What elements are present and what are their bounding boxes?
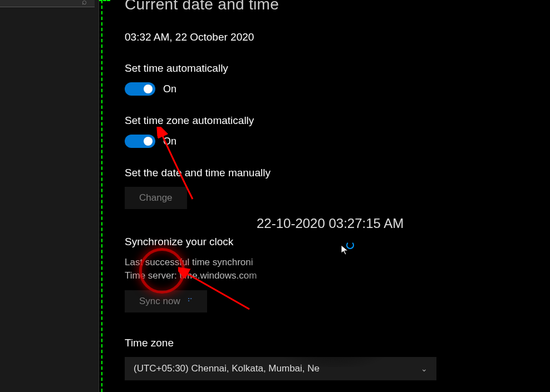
last-sync-line: Last successful time synchroni [125, 257, 253, 267]
search-icon: ⌕ [82, 0, 87, 6]
toggle-knob [144, 85, 153, 93]
settings-content: Current date and time 03:32 AM, 22 Octob… [125, 0, 550, 392]
set-manual-label: Set the date and time manually [125, 167, 550, 179]
timezone-label: Time zone [125, 337, 550, 349]
loading-spinner-icon: ⠋ [187, 297, 193, 306]
page-title: Current date and time [125, 0, 550, 13]
time-server-line: Time server: time.windows.com [125, 270, 257, 281]
set-tz-auto-toggle[interactable] [125, 135, 155, 148]
current-datetime: 03:32 AM, 22 October 2020 [125, 31, 550, 43]
chevron-down-icon: ⌄ [421, 364, 428, 373]
timezone-dropdown[interactable]: (UTC+05:30) Chennai, Kolkata, Mumbai, Ne… [125, 357, 436, 380]
set-time-auto-label: Set time automatically [125, 62, 550, 75]
annotation-dashed-line [101, 0, 102, 392]
sync-now-button[interactable]: Sync now ⠋ [125, 290, 207, 312]
sidebar: ⌕ [0, 0, 99, 392]
change-button[interactable]: Change [125, 187, 187, 209]
overlay-timestamp: 22-10-2020 03:27:15 AM [257, 216, 404, 231]
sync-info: Last successful time synchroni Time serv… [125, 256, 550, 282]
timezone-selected: (UTC+05:30) Chennai, Kolkata, Mumbai, Ne [134, 363, 320, 374]
set-tz-auto-label: Set time zone automatically [125, 115, 550, 127]
set-time-auto-toggle[interactable] [125, 82, 155, 96]
annotation-dashed-line-top [99, 0, 110, 1]
toggle-knob [144, 137, 153, 146]
sync-title: Synchronize your clock [125, 236, 550, 248]
sync-now-label: Sync now [139, 296, 180, 306]
set-time-auto-state: On [163, 83, 176, 95]
search-input[interactable]: ⌕ [0, 0, 95, 7]
set-tz-auto-state: On [163, 136, 176, 147]
